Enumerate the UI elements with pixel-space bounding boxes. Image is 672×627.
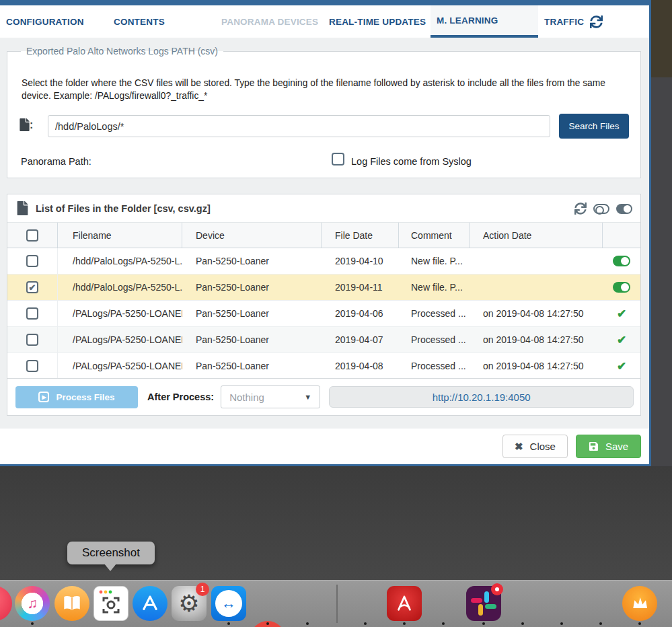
row-checkbox[interactable] xyxy=(26,360,38,372)
column-header-device[interactable]: Device xyxy=(182,223,322,248)
screen: CONFIGURATION CONTENTS PANORAMA DEVICES … xyxy=(0,0,672,627)
chevron-down-icon: ▼ xyxy=(304,393,311,401)
select-all-checkbox[interactable] xyxy=(26,229,38,242)
app-store-dock-icon[interactable] xyxy=(133,586,167,621)
toggle-off-icon[interactable] xyxy=(593,204,609,214)
column-header-status xyxy=(603,223,640,248)
system-preferences-dock-icon[interactable]: ⚙ 1 xyxy=(172,586,207,621)
column-header-file-date[interactable]: File Date xyxy=(322,223,399,248)
row-checkbox[interactable] xyxy=(26,334,38,346)
syslog-checkbox[interactable] xyxy=(332,153,344,165)
table-row[interactable]: /hdd/PaloLogs/PA-5250-L... Pan-5250-Loan… xyxy=(7,248,640,274)
books-dock-icon[interactable] xyxy=(54,586,89,621)
running-indicator xyxy=(266,622,269,625)
file-list-panel: List of Files in the Folder [csv, csv.gz… xyxy=(7,194,641,416)
slack-dock-icon[interactable] xyxy=(466,586,501,621)
running-indicator xyxy=(482,622,485,625)
cell-filename: /PALogs/PA-5250-LOANER... xyxy=(58,301,182,326)
running-indicator xyxy=(227,622,230,625)
cell-file-date: 2019-04-11 xyxy=(322,274,399,300)
running-indicator xyxy=(599,622,602,625)
crown-app-dock-icon[interactable] xyxy=(622,586,657,621)
row-status-toggle-icon[interactable] xyxy=(613,282,630,293)
row-checkbox[interactable] xyxy=(26,255,38,267)
running-indicator xyxy=(364,622,367,625)
save-button[interactable]: Save xyxy=(576,435,641,458)
cell-action-date: on 2019-04-08 14:27:50 xyxy=(470,353,603,379)
after-process-value: Nothing xyxy=(229,392,264,403)
after-process-select[interactable]: Nothing ▼ xyxy=(221,385,320,408)
row-status-toggle-icon[interactable] xyxy=(613,256,630,266)
tab-traffic[interactable]: TRAFFIC xyxy=(538,5,646,38)
running-indicator xyxy=(560,622,563,625)
syslog-checkbox-label: Log Files come from Syslog xyxy=(351,156,472,167)
cell-device: Pan-5250-Loaner xyxy=(182,274,322,300)
crown-icon xyxy=(628,591,652,616)
path-section: Exported Palo Alto Networks Logs PATH (c… xyxy=(7,46,641,178)
table-header: Filename Device File Date Comment Action… xyxy=(7,223,640,248)
music-store-dock-icon[interactable]: ♪ xyxy=(0,586,12,621)
table-row[interactable]: /PALogs/PA-5250-LOANER... Pan-5250-Loane… xyxy=(7,353,640,379)
panorama-path-label: Panorama Path: xyxy=(21,156,91,167)
file-list-tools xyxy=(574,194,632,223)
tab-m-learning[interactable]: M. LEARNING xyxy=(431,5,538,38)
table-row-selected[interactable]: /hdd/PaloLogs/PA-5250-L... Pan-5250-Loan… xyxy=(7,274,640,301)
running-indicator xyxy=(403,622,406,625)
document-icon xyxy=(17,201,28,215)
acrobat-dock-icon[interactable] xyxy=(387,586,422,621)
process-files-button[interactable]: ▶ Process Files xyxy=(15,386,138,408)
path-input[interactable] xyxy=(48,115,550,137)
tab-real-time-updates[interactable]: REAL-TIME UPDATES xyxy=(323,5,431,38)
cell-device: Pan-5250-Loaner xyxy=(182,248,322,274)
tab-configuration[interactable]: CONFIGURATION xyxy=(0,5,108,38)
screenshot-dock-icon[interactable] xyxy=(94,586,128,621)
desktop-edge-strip-2 xyxy=(651,77,672,466)
row-checkbox-checked[interactable] xyxy=(26,281,38,293)
toggle-on-icon[interactable] xyxy=(616,204,632,214)
cell-action-date xyxy=(470,274,603,300)
table-row[interactable]: /PALogs/PA-5250-LOANER... Pan-5250-Loane… xyxy=(7,327,640,353)
notification-badge-dot xyxy=(491,583,503,595)
tab-traffic-label: TRAFFIC xyxy=(544,17,584,27)
running-indicator xyxy=(521,622,524,625)
refresh-list-icon[interactable] xyxy=(574,202,587,215)
file-list-footer: ▶ Process Files After Process: Nothing ▼… xyxy=(7,378,640,415)
file-path-icon-wrap: : xyxy=(20,118,33,131)
save-icon xyxy=(589,441,599,451)
column-header-action-date[interactable]: Action Date xyxy=(470,223,603,248)
cell-device: Pan-5250-Loaner xyxy=(182,353,322,379)
row-checkbox[interactable] xyxy=(26,307,38,320)
dock-tooltip-arrow xyxy=(104,564,116,571)
play-icon: ▶ xyxy=(38,392,49,402)
window-title-bar xyxy=(0,0,651,5)
desktop-edge-strip xyxy=(651,0,672,77)
file-list-title-bar: List of Files in the Folder [csv, csv.gz… xyxy=(7,194,640,223)
screenshot-camera-icon xyxy=(94,587,128,620)
close-button[interactable]: ✖ Close xyxy=(502,435,568,458)
dialog-footer: ✖ Close Save xyxy=(0,429,649,464)
itunes-dock-icon[interactable]: ♫ xyxy=(15,586,50,621)
dock: ♪ ♫ ⚙ 1 ↔ O 2312 xyxy=(0,580,672,627)
teamviewer-arrows-icon: ↔ xyxy=(215,590,242,617)
path-section-legend: Exported Palo Alto Networks Logs PATH (c… xyxy=(21,46,223,57)
cell-action-date: on 2019-04-08 14:27:50 xyxy=(470,327,603,353)
app-store-a-icon xyxy=(137,590,163,617)
cell-comment: Processed ... xyxy=(399,327,470,353)
file-icon xyxy=(20,118,30,131)
search-files-button[interactable]: Search Files xyxy=(559,114,629,139)
cell-action-date: on 2019-04-08 14:27:50 xyxy=(470,301,603,326)
notification-badge: 1 xyxy=(196,583,209,596)
table-row[interactable]: /PALogs/PA-5250-LOANER... Pan-5250-Loane… xyxy=(7,301,640,327)
tab-contents[interactable]: CONTENTS xyxy=(108,5,215,38)
column-header-filename[interactable]: Filename xyxy=(58,223,182,248)
teamviewer-dock-icon[interactable]: ↔ xyxy=(211,586,246,621)
cell-file-date: 2019-04-10 xyxy=(322,248,399,274)
running-indicator xyxy=(31,622,34,625)
service-url-link[interactable]: http://10.20.1.19:4050 xyxy=(329,386,634,408)
column-header-comment[interactable]: Comment xyxy=(399,223,470,248)
tab-bar: CONFIGURATION CONTENTS PANORAMA DEVICES … xyxy=(0,5,649,38)
dock-tooltip: Screenshot xyxy=(67,542,155,564)
close-icon: ✖ xyxy=(515,441,523,453)
cell-file-date: 2019-04-07 xyxy=(322,327,399,353)
logs-dialog: CONFIGURATION CONTENTS PANORAMA DEVICES … xyxy=(0,5,651,466)
